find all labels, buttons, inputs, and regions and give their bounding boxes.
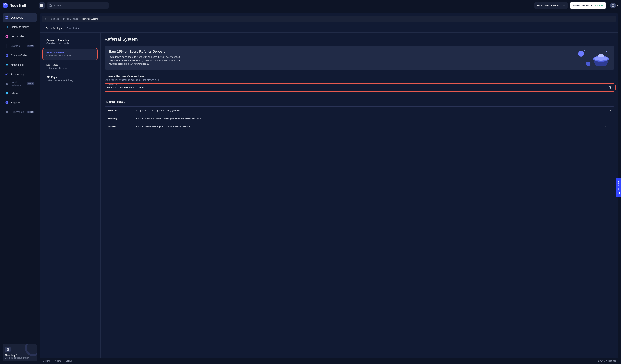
breadcrumb-settings[interactable]: Settings <box>51 17 59 20</box>
sidebar-item-label: Load Balancer <box>11 81 25 86</box>
sidebar-item-support[interactable]: Support <box>2 98 37 107</box>
subnav-item-ssh-keys[interactable]: SSH KeysList of your SSH keys <box>43 61 97 72</box>
divider <box>104 96 614 96</box>
avatar-icon <box>610 2 616 8</box>
svg-rect-23 <box>7 349 8 349</box>
sidebar-item-label: Support <box>11 101 20 104</box>
refill-label: REFILL BALANCE: <box>573 4 594 7</box>
sidebar-item-kubernetes: KubernetesSOON <box>2 108 37 116</box>
brand-logo[interactable]: NodeShift <box>2 3 37 8</box>
sidebar-item-compute-nodes[interactable]: Compute Nodes <box>2 23 37 31</box>
billing-icon: $ <box>5 91 9 95</box>
support-icon <box>5 101 9 104</box>
referral-link-row: Referral Link https://app.nodeshift.com/… <box>104 84 614 91</box>
feedback-label: Feedback <box>617 181 620 190</box>
svg-point-20 <box>7 112 7 113</box>
status-desc: Amount that will be applied to your acco… <box>136 125 601 128</box>
sidebar-item-label: Dashboard <box>11 16 23 19</box>
svg-rect-2 <box>7 16 8 17</box>
svg-rect-11 <box>6 55 8 55</box>
svg-point-28 <box>584 50 585 51</box>
copy-link-button[interactable] <box>606 85 614 90</box>
search-wrap <box>47 2 109 9</box>
breadcrumb: › Settings › Profile Settings › Referral… <box>42 16 616 22</box>
status-table: ReferralsPeople who have signed up using… <box>104 106 614 131</box>
compute-icon <box>5 25 9 29</box>
menu-icon <box>40 5 43 6</box>
sidebar-item-label: Kubernetes <box>11 111 24 113</box>
content: › Settings › Profile Settings › Referral… <box>40 11 621 364</box>
search-input[interactable] <box>47 2 109 9</box>
breadcrumb-current: Referral System <box>82 17 98 20</box>
sidebar-item-access-keys[interactable]: Access Keys <box>2 70 37 78</box>
status-label: Referrals <box>108 109 133 112</box>
svg-point-27 <box>605 51 607 52</box>
profile-subnav: General InformationOverview of your prof… <box>40 33 101 358</box>
tab-profile-settings[interactable]: Profile Settings <box>46 24 62 33</box>
custom-icon <box>5 53 9 57</box>
referral-link-value: https://app.nodeshift.com/?r=PFGcdJKg <box>107 86 602 89</box>
subnav-title: SSH Keys <box>47 64 93 66</box>
svg-rect-1 <box>6 16 7 17</box>
ufo-illustration-icon <box>576 48 612 68</box>
status-desc: People who have signed up using your lin… <box>136 109 607 112</box>
footer-link-github[interactable]: GitHub <box>66 360 72 362</box>
subnav-sub: List of your SSH keys <box>47 67 93 69</box>
soon-badge: SOON <box>27 83 34 85</box>
help-card[interactable]: Need help?Check out our documentation <box>2 344 37 362</box>
soon-badge: SOON <box>27 45 34 47</box>
sidebar-toggle[interactable] <box>39 2 45 9</box>
status-row: EarnedAmount that will be applied to you… <box>105 122 614 130</box>
chevron-down-icon <box>617 5 619 6</box>
main-panel: Referral System Earn 15% on Every Referr… <box>101 33 619 358</box>
sidebar-item-label: Billing <box>11 92 17 95</box>
sidebar-item-dashboard[interactable]: Dashboard <box>2 14 37 22</box>
help-sub: Check out our documentation <box>5 357 34 359</box>
sidebar-item-storage: StorageSOON <box>2 42 37 50</box>
subnav-title: General Information <box>47 39 93 42</box>
status-value: $10.00 <box>604 125 611 128</box>
svg-rect-10 <box>6 55 8 55</box>
doc-icon <box>5 347 11 352</box>
user-menu[interactable] <box>610 2 619 8</box>
chevron-right-icon: › <box>49 18 49 20</box>
subnav-item-general-information[interactable]: General InformationOverview of your prof… <box>43 36 97 47</box>
home-icon[interactable] <box>45 18 47 20</box>
gpu-icon <box>5 35 9 38</box>
refill-balance-button[interactable]: REFILL BALANCE: $593.37 <box>570 2 606 9</box>
subnav-title: API Keys <box>47 76 93 79</box>
storage-icon <box>5 44 9 48</box>
keys-icon <box>5 72 9 76</box>
subnav-item-referral-system[interactable]: Referral SystemOverview of your referral… <box>43 49 97 60</box>
copyright: 2024 © NodeShift <box>598 360 616 362</box>
svg-rect-3 <box>6 18 7 19</box>
tab-organizations[interactable]: Organizations <box>67 24 81 33</box>
breadcrumb-profile-settings[interactable]: Profile Settings <box>63 17 78 20</box>
logo-mark-icon <box>2 3 8 8</box>
sidebar-item-gpu-nodes[interactable]: GPU Nodes <box>2 32 37 41</box>
sidebar-item-billing[interactable]: $Billing <box>2 89 37 97</box>
copy-icon <box>608 86 612 89</box>
feedback-button[interactable]: Feedback <box>616 178 621 197</box>
status-desc: Amount you stand to earn when your refer… <box>136 117 607 120</box>
footer-link-discord[interactable]: Discord <box>42 360 50 362</box>
soon-badge: SOON <box>27 111 34 113</box>
chevron-down-icon <box>563 5 565 6</box>
tabs: Profile Settings Organizations <box>40 24 619 33</box>
sidebar-item-label: Custom Order <box>11 54 27 57</box>
referral-link-field[interactable]: Referral Link https://app.nodeshift.com/… <box>105 85 604 90</box>
svg-point-0 <box>612 4 614 5</box>
chevron-right-icon: › <box>80 18 80 20</box>
sidebar-item-custom-order[interactable]: Custom Order <box>2 51 37 60</box>
status-title: Referral Status <box>104 100 614 103</box>
sidebar-item-label: Storage <box>11 45 20 47</box>
sidebar-item-load-balancer: Load BalancerSOON <box>2 80 37 88</box>
subnav-item-api-keys[interactable]: API KeysList of your external API keys <box>43 73 97 84</box>
footer-link-xcom[interactable]: X.com <box>55 360 61 362</box>
share-section-sub: Share this link with friends, colleagues… <box>104 79 614 81</box>
dashboard-icon <box>5 16 9 19</box>
search-icon <box>49 4 52 7</box>
share-section-title: Share a Unique Referral Link <box>104 75 614 78</box>
project-selector[interactable]: PERSONAL PROJECT <box>535 2 568 9</box>
sidebar-item-networking[interactable]: Networking <box>2 61 37 69</box>
